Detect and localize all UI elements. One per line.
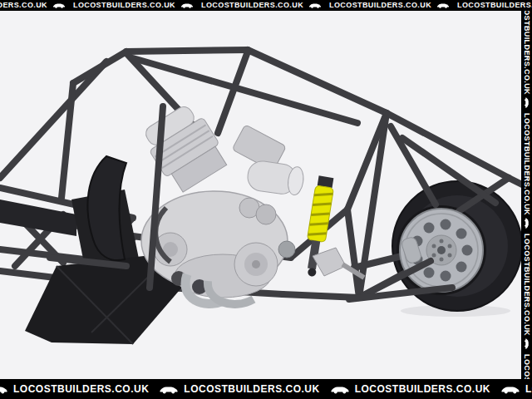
- watermark-text: LOCOSTBUILDERS.CO.UK: [523, 11, 530, 95]
- watermark-group: LOCOSTBUILDERS.CO.UK: [73, 2, 194, 9]
- watermark-text: LOCOSTBUILDERS.CO.UK: [523, 113, 530, 215]
- watermark-group: LOCOSTBUILDERS.CO.UK: [500, 384, 532, 394]
- car-logo-icon: [524, 338, 530, 350]
- watermark-text: LOCOSTBUILDERS.CO.UK: [329, 2, 431, 9]
- watermark-strip-right: LOCOSTBUILDERS.CO.UK LOCOSTBUILDERS.CO.U…: [521, 11, 532, 379]
- watermark-text: LOCOSTBUILDERS.CO.UK: [201, 2, 303, 9]
- watermark-strip-top: LOCOSTBUILDERS.CO.UK LOCOSTBUILDERS.CO.U…: [0, 0, 532, 11]
- watermark-group: LOCOSTBUILDERS.CO.UK: [0, 384, 149, 394]
- car-logo-icon: [524, 97, 530, 109]
- watermark-text: LOCOSTBUILDERS.CO.UK: [0, 2, 47, 9]
- car-logo-icon: [436, 2, 450, 8]
- watermark-group: LOCOSTBUILDERS.CO.UK: [0, 2, 66, 9]
- car-logo-icon: [524, 218, 530, 229]
- watermark-text: LOCOSTBUILDERS.CO.UK: [355, 384, 490, 394]
- watermark-text: LOCOSTBUILDERS.CO.UK: [73, 2, 175, 9]
- watermark-text: LOCOSTBUILDERS.CO.UK: [523, 354, 530, 379]
- watermark-text: LOCOSTBUILDERS.CO.UK: [184, 384, 319, 394]
- watermark-strip-bottom: LOCOSTBUILDERS.CO.UK LOCOSTBUILDERS.CO.U…: [0, 379, 532, 399]
- car-logo-icon: [52, 2, 66, 8]
- watermark-group: LOCOSTBUILDERS.CO.UK: [159, 384, 319, 394]
- car-logo-icon: [180, 2, 194, 8]
- car-logo-icon: [500, 385, 520, 394]
- chassis-render: [0, 0, 532, 399]
- watermark-group: LOCOSTBUILDERS.CO.UK: [329, 2, 450, 9]
- watermark-text: LOCOSTBUILDERS.CO.UK: [13, 384, 149, 394]
- watermark-group: LOCOSTBUILDERS.CO.UK: [521, 11, 532, 106]
- watermark-group: LOCOSTBUILDERS.CO.UK: [201, 2, 322, 9]
- watermark-text: LOCOSTBUILDERS.CO.UK: [525, 384, 532, 394]
- car-logo-icon: [308, 2, 322, 8]
- watermark-group: LOCOSTBUILDERS.CO.UK: [523, 354, 530, 379]
- watermark-text: LOCOSTBUILDERS.CO.UK: [457, 2, 532, 9]
- watermark-group: LOCOSTBUILDERS.CO.UK: [330, 384, 490, 394]
- watermark-group: LOCOSTBUILDERS.CO.UK: [521, 113, 532, 226]
- watermark-group: LOCOSTBUILDERS.CO.UK: [521, 234, 532, 347]
- car-logo-icon: [159, 385, 179, 394]
- drive-sprocket: [278, 241, 295, 258]
- car-logo-icon: [0, 385, 8, 394]
- watermarked-render-page: LOCOSTBUILDERS.CO.UK LOCOSTBUILDERS.CO.U…: [0, 0, 532, 399]
- watermark-group: LOCOSTBUILDERS.CO.UK: [457, 2, 532, 9]
- watermark-text: LOCOSTBUILDERS.CO.UK: [523, 234, 530, 336]
- throttle-body: [256, 204, 276, 224]
- car-logo-icon: [330, 385, 350, 394]
- brake-disc: [400, 209, 483, 292]
